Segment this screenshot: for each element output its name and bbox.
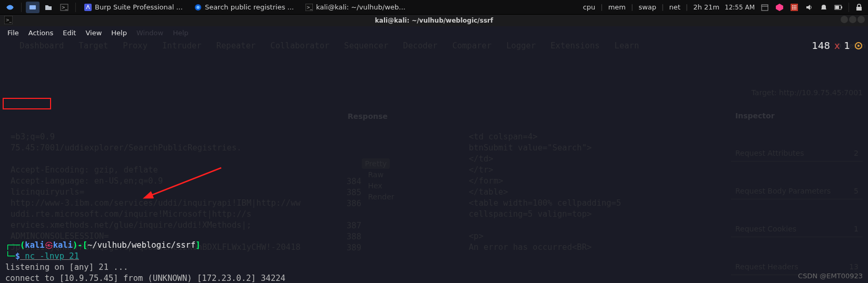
prompt-host: kali: [53, 240, 73, 250]
desktop-taskbar: >_ Burp Suite Professional ... Search pu…: [0, 0, 868, 15]
separator: [75, 3, 76, 12]
calendar-icon[interactable]: [760, 3, 770, 12]
svg-rect-22: [841, 6, 842, 8]
task-burp-label: Burp Suite Professional ...: [95, 3, 183, 11]
clock[interactable]: 12:55 AM: [725, 4, 755, 11]
swap-label[interactable]: swap: [638, 3, 656, 11]
svg-point-12: [792, 5, 793, 6]
svg-rect-0: [29, 5, 36, 9]
terminal-icon: >_: [305, 4, 313, 11]
menu-actions[interactable]: Actions: [28, 29, 54, 37]
count-num: 148: [812, 40, 830, 51]
svg-point-20: [795, 8, 796, 9]
firefox-icon: [194, 4, 202, 11]
terminal-text: ┌──(kali㉿kali)-[~/vulhub/weblogic/ssrf] …: [5, 229, 863, 283]
count-one: 1: [844, 40, 850, 51]
out-0: listening on [any] 21 ...: [5, 262, 128, 272]
net-label[interactable]: net: [669, 3, 680, 11]
window-title: kali@kali: ~/vulhub/weblogic/ssrf: [375, 17, 493, 24]
lock-icon[interactable]: [854, 3, 864, 12]
svg-point-18: [792, 8, 793, 9]
svg-text:>_: >_: [6, 18, 12, 23]
svg-marker-10: [776, 4, 783, 11]
prompt-user: kali: [25, 240, 44, 250]
window-close[interactable]: [857, 16, 865, 23]
window-maximize[interactable]: [849, 16, 856, 23]
bell-icon[interactable]: [819, 3, 828, 12]
terminal-viewport[interactable]: Dashboard Target Proxy Intruder Repeater…: [0, 39, 868, 283]
task-browser[interactable]: Search public registries ...: [190, 2, 298, 12]
prompt-end: ]: [195, 240, 200, 250]
grid-icon[interactable]: [790, 3, 799, 12]
terminal-launcher-icon[interactable]: >_: [57, 2, 71, 13]
svg-point-14: [795, 5, 796, 6]
cube-icon[interactable]: [775, 3, 784, 12]
svg-point-5: [196, 6, 200, 9]
titlebar-terminal-icon: >_: [4, 16, 13, 26]
workspace-icon[interactable]: [26, 2, 40, 13]
cpu-label[interactable]: cpu: [583, 3, 596, 11]
count-x: x: [834, 40, 840, 51]
svg-text:>_: >_: [62, 5, 68, 10]
volume-icon[interactable]: [804, 3, 814, 12]
separator: [21, 3, 22, 12]
gear-icon[interactable]: [854, 42, 863, 50]
svg-rect-23: [835, 6, 839, 9]
svg-point-29: [857, 45, 860, 47]
svg-point-17: [795, 7, 796, 8]
task-burp[interactable]: Burp Suite Professional ...: [80, 2, 187, 12]
menu-help-dim: Help: [173, 29, 189, 37]
prompt-path: ~/vulhub/weblogic/ssrf: [87, 240, 195, 250]
task-terminal[interactable]: >_ kali@kali: ~/vulhub/web...: [301, 2, 410, 12]
dragon-icon[interactable]: [3, 2, 17, 13]
svg-text:>_: >_: [307, 5, 313, 10]
window-minimize[interactable]: [841, 16, 848, 23]
command: nc -lnvp 21: [20, 251, 79, 261]
svg-point-16: [794, 7, 795, 8]
separator: [849, 3, 849, 12]
files-icon[interactable]: [42, 2, 55, 13]
menu-view[interactable]: View: [85, 29, 102, 37]
out-1: connect to [10.9.75.45] from (UNKNOWN) […: [5, 274, 285, 283]
annotation-arrow: [142, 165, 226, 202]
annotation-box: [3, 98, 51, 109]
task-browser-label: Search public registries ...: [205, 3, 294, 11]
svg-rect-24: [856, 7, 862, 11]
task-terminal-label: kali@kali: ~/vulhub/web...: [316, 3, 406, 11]
status-counter: 148 x 1: [812, 40, 863, 51]
prompt-dollar: $: [15, 251, 20, 261]
prompt-close: )-[: [73, 240, 87, 250]
menu-edit[interactable]: Edit: [63, 29, 76, 37]
burp-icon: [84, 4, 92, 11]
menu-help[interactable]: Help: [111, 29, 127, 37]
window-titlebar: >_ kali@kali: ~/vulhub/weblogic/ssrf: [0, 15, 868, 26]
bg-target: Target: http://10.9.75.45:7001: [752, 65, 863, 120]
menu-window-dim: Window: [136, 29, 163, 37]
battery-icon[interactable]: [834, 3, 843, 12]
svg-point-19: [794, 8, 795, 9]
svg-rect-8: [762, 5, 768, 11]
svg-point-13: [794, 5, 795, 6]
mem-label[interactable]: mem: [608, 3, 626, 11]
prompt-line2: └─: [5, 251, 15, 261]
prompt-at: ㉿: [45, 240, 53, 250]
bg-response: Response Pretty Raw Hex Render: [348, 89, 394, 236]
prompt-open: ┌──(: [5, 240, 25, 250]
svg-point-15: [792, 7, 793, 8]
terminal-menubar: File Actions Edit View Help Window Help: [0, 26, 868, 39]
uptime-label: 2h 21m: [693, 3, 719, 11]
menu-file[interactable]: File: [7, 29, 19, 37]
svg-line-27: [150, 168, 221, 196]
